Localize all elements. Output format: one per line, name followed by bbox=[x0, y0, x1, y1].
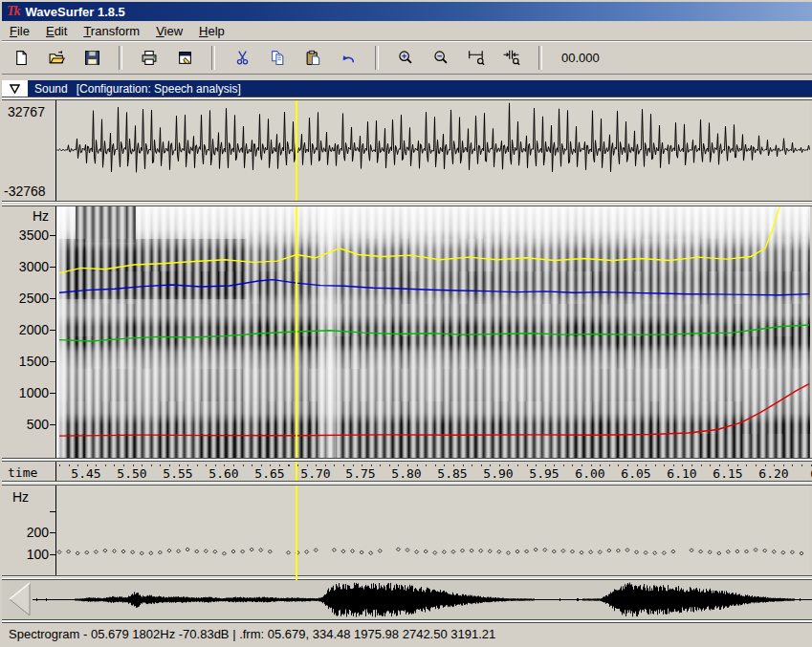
cut-button[interactable] bbox=[230, 46, 253, 69]
time-tick-label: 5.95 bbox=[529, 466, 559, 481]
toolbar: 00.000 bbox=[2, 40, 812, 75]
status-bar: Spectrogram - 05.679 1802Hz -70.83dB | .… bbox=[2, 623, 812, 645]
menu-item[interactable]: Transform bbox=[76, 22, 148, 40]
zoom-all-button[interactable] bbox=[500, 46, 523, 69]
time-tick-label: 6.15 bbox=[713, 466, 742, 481]
freq-tick-label: 2000 bbox=[0, 323, 55, 336]
copy-button[interactable] bbox=[266, 46, 289, 69]
time-tick-label: 5.90 bbox=[483, 466, 513, 481]
zoom-out-button[interactable] bbox=[429, 46, 452, 69]
freq-tick-label: 1000 bbox=[0, 386, 55, 399]
new-file-button[interactable] bbox=[10, 46, 33, 69]
time-tick-label: 5.70 bbox=[300, 466, 330, 481]
zoom-all-icon bbox=[503, 49, 520, 66]
status-text: Spectrogram - 05.679 1802Hz -70.83dB | .… bbox=[9, 627, 495, 641]
time-axis[interactable]: time 5.45 5.50 5.55 5.60 5.65 5.70 5.75 … bbox=[2, 462, 812, 481]
pitch-canvas[interactable] bbox=[56, 485, 810, 575]
time-tick-label: 6.10 bbox=[667, 466, 696, 481]
playback-cursor-spectrogram bbox=[296, 206, 297, 458]
time-axis-line bbox=[55, 462, 56, 481]
pane-configuration: [Configuration: Speech analysis] bbox=[77, 82, 241, 96]
time-position-display[interactable]: 00.000 bbox=[561, 51, 600, 65]
overview-waveform-canvas[interactable] bbox=[33, 581, 812, 619]
toolbar-separator bbox=[538, 46, 542, 70]
menu-item[interactable]: View bbox=[148, 22, 191, 40]
freq-tick: 3500 bbox=[0, 228, 55, 242]
freq-tick: 3000 bbox=[0, 260, 55, 273]
save-file-button[interactable] bbox=[80, 46, 103, 69]
time-tick-label: 5.60 bbox=[208, 466, 238, 481]
freq-tick-label: 2500 bbox=[0, 291, 55, 305]
menu-item[interactable]: Edit bbox=[38, 22, 76, 40]
title-bar[interactable]: Tk WaveSurfer 1.8.5 bbox=[2, 2, 812, 21]
clipboard-paste-icon bbox=[305, 50, 321, 66]
time-tick-label: 5.45 bbox=[71, 466, 100, 481]
freq-tick: 200 bbox=[0, 526, 55, 539]
pitch-freq-axis: 200 100 bbox=[0, 485, 55, 575]
spectrogram-freq-axis: 3500 3000 2500 2000 1500 bbox=[0, 206, 55, 458]
playback-cursor-pitch bbox=[296, 485, 297, 580]
freq-tick-label: 200 bbox=[0, 526, 55, 539]
time-tick-label: 5.50 bbox=[117, 466, 146, 481]
open-file-button[interactable] bbox=[45, 46, 68, 69]
waveform-canvas[interactable] bbox=[56, 100, 810, 201]
pane-title: Sound bbox=[34, 82, 68, 96]
freq-tick-label: 100 bbox=[0, 548, 55, 561]
open-folder-icon bbox=[48, 50, 65, 66]
time-tick-label: 5.55 bbox=[163, 466, 192, 481]
toolbar-separator bbox=[375, 46, 379, 70]
spectrogram-plot[interactable] bbox=[56, 206, 810, 458]
freq-tick: 2500 bbox=[0, 291, 55, 305]
properties-button[interactable] bbox=[173, 46, 196, 69]
zoom-selection-icon bbox=[468, 49, 485, 66]
freq-tick bbox=[0, 505, 55, 518]
pane-title-bar[interactable]: Sound [Configuration: Speech analysis] bbox=[28, 80, 812, 97]
app-icon: Tk bbox=[7, 4, 20, 19]
time-tick-label: 5.75 bbox=[345, 466, 375, 481]
freq-tick-label: 500 bbox=[0, 418, 55, 431]
time-tick-label: 6.20 bbox=[758, 466, 788, 481]
time-tick-label: 6.05 bbox=[621, 466, 650, 481]
collapse-triangle-icon bbox=[10, 84, 20, 94]
freq-tick-label: 3000 bbox=[0, 260, 55, 273]
toolbar-separator bbox=[211, 46, 215, 70]
printer-icon bbox=[141, 50, 158, 66]
waveform-ymin-label: -32768 bbox=[4, 183, 46, 199]
freq-tick: 1000 bbox=[0, 386, 55, 399]
menu-item[interactable]: File bbox=[2, 22, 38, 40]
toolbar-separator bbox=[119, 46, 122, 70]
time-axis-title: time bbox=[8, 465, 37, 480]
pane-collapse-button[interactable] bbox=[2, 80, 28, 97]
menu-bar: File Edit Transform View Help bbox=[2, 21, 812, 40]
waveform-plot[interactable] bbox=[56, 100, 810, 201]
zoom-in-button[interactable] bbox=[394, 46, 417, 69]
sound-pane-header: Sound [Configuration: Speech analysis] bbox=[2, 80, 812, 97]
waveform-ymax-label: 32767 bbox=[8, 104, 45, 119]
playback-cursor-waveform bbox=[296, 100, 297, 201]
time-tick-label: 5.80 bbox=[391, 466, 421, 481]
properties-dialog-icon bbox=[177, 50, 193, 66]
print-button[interactable] bbox=[138, 46, 161, 69]
time-tick-label: 6.00 bbox=[575, 466, 604, 481]
copy-pages-icon bbox=[270, 50, 286, 66]
overview-scrollbar[interactable] bbox=[2, 580, 812, 619]
scissors-icon bbox=[234, 50, 251, 66]
menu-item[interactable]: Help bbox=[191, 22, 233, 40]
paste-button[interactable] bbox=[301, 46, 324, 69]
new-file-icon bbox=[13, 50, 30, 66]
zoom-selection-button[interactable] bbox=[465, 46, 488, 69]
zoom-in-icon bbox=[397, 49, 414, 66]
freq-tick: 1500 bbox=[0, 355, 55, 368]
freq-tick: 2000 bbox=[0, 323, 55, 336]
wavesurfer-window: Tk WaveSurfer 1.8.5 File Edit Transform … bbox=[0, 0, 812, 647]
playback-cursor-timeaxis bbox=[296, 462, 297, 481]
time-tick-label: 5.85 bbox=[437, 466, 467, 481]
pitch-plot[interactable] bbox=[56, 485, 810, 575]
freq-tick: 100 bbox=[0, 548, 55, 561]
save-floppy-icon bbox=[84, 50, 100, 66]
spectrogram-canvas[interactable] bbox=[56, 206, 810, 458]
scroll-left-arrow[interactable] bbox=[7, 582, 32, 616]
undo-arrow-icon bbox=[340, 50, 357, 66]
undo-button[interactable] bbox=[337, 46, 360, 69]
freq-tick: 500 bbox=[0, 418, 55, 431]
